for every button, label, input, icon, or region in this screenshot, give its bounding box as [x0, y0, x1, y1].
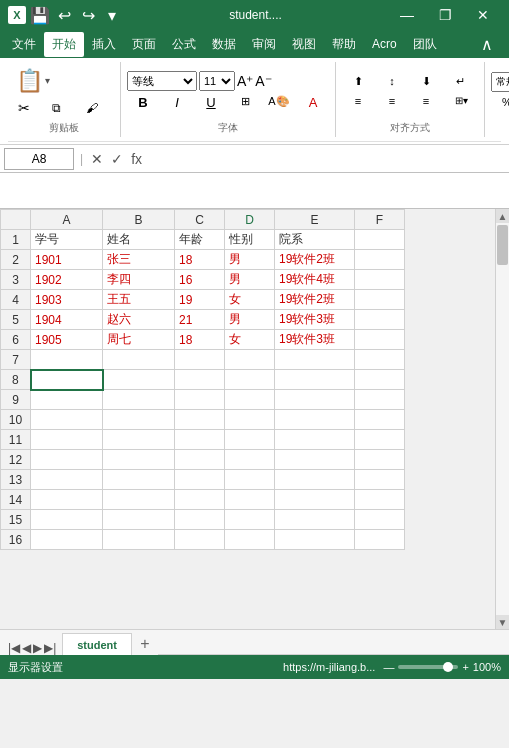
menu-file[interactable]: 文件: [4, 32, 44, 57]
cell-c10[interactable]: [175, 410, 225, 430]
cell-c1[interactable]: 年龄: [175, 230, 225, 250]
cell-f10[interactable]: [355, 410, 405, 430]
col-header-b[interactable]: B: [103, 210, 175, 230]
cell-a16[interactable]: [31, 530, 103, 550]
cell-e15[interactable]: [275, 510, 355, 530]
cell-c9[interactable]: [175, 390, 225, 410]
menu-data[interactable]: 数据: [204, 32, 244, 57]
cell-c13[interactable]: [175, 470, 225, 490]
font-color-button[interactable]: A: [297, 93, 329, 113]
cell-f2[interactable]: [355, 250, 405, 270]
cell-b5[interactable]: 赵六: [103, 310, 175, 330]
cell-d14[interactable]: [225, 490, 275, 510]
insert-function-button[interactable]: fx: [129, 151, 144, 167]
cell-a1[interactable]: 学号: [31, 230, 103, 250]
cell-e10[interactable]: [275, 410, 355, 430]
cell-e9[interactable]: [275, 390, 355, 410]
cell-a14[interactable]: [31, 490, 103, 510]
cell-f4[interactable]: [355, 290, 405, 310]
menu-home[interactable]: 开始: [44, 32, 84, 57]
col-header-f[interactable]: F: [355, 210, 405, 230]
bold-button[interactable]: B: [127, 93, 159, 113]
cell-e4[interactable]: 19软件2班: [275, 290, 355, 310]
zoom-thumb[interactable]: [443, 662, 453, 672]
cell-e7[interactable]: [275, 350, 355, 370]
cell-a10[interactable]: [31, 410, 103, 430]
scroll-thumb[interactable]: [497, 225, 508, 265]
number-format-select[interactable]: 常规: [491, 72, 509, 92]
cell-e2[interactable]: 19软件2班: [275, 250, 355, 270]
cell-e13[interactable]: [275, 470, 355, 490]
align-left-button[interactable]: ≡: [342, 93, 374, 111]
copy-button[interactable]: ⧉: [48, 98, 80, 118]
cell-b1[interactable]: 姓名: [103, 230, 175, 250]
col-header-d[interactable]: D: [225, 210, 275, 230]
cell-c8[interactable]: [175, 370, 225, 390]
cell-d7[interactable]: [225, 350, 275, 370]
cell-c4[interactable]: 19: [175, 290, 225, 310]
cell-a9[interactable]: [31, 390, 103, 410]
cell-f16[interactable]: [355, 530, 405, 550]
cell-f15[interactable]: [355, 510, 405, 530]
cell-a3[interactable]: 1902: [31, 270, 103, 290]
cell-a13[interactable]: [31, 470, 103, 490]
sheet-tab-student[interactable]: student: [62, 633, 132, 655]
add-sheet-button[interactable]: +: [134, 633, 156, 655]
cell-a8[interactable]: [31, 370, 103, 390]
zoom-in-button[interactable]: +: [462, 661, 468, 673]
align-middle-button[interactable]: ↕: [376, 73, 408, 91]
cell-d15[interactable]: [225, 510, 275, 530]
minimize-button[interactable]: —: [389, 0, 425, 30]
menu-insert[interactable]: 插入: [84, 32, 124, 57]
ribbon-collapse-icon[interactable]: ∧: [469, 29, 505, 59]
cell-c7[interactable]: [175, 350, 225, 370]
cell-b11[interactable]: [103, 430, 175, 450]
redo-button[interactable]: ↪: [78, 5, 98, 25]
cell-e11[interactable]: [275, 430, 355, 450]
italic-button[interactable]: I: [161, 93, 193, 113]
close-button[interactable]: ✕: [465, 0, 501, 30]
cell-f9[interactable]: [355, 390, 405, 410]
cell-e16[interactable]: [275, 530, 355, 550]
col-header-c[interactable]: C: [175, 210, 225, 230]
font-size-select[interactable]: 11: [199, 71, 235, 91]
tab-next-button[interactable]: ▶: [33, 641, 42, 655]
cell-c6[interactable]: 18: [175, 330, 225, 350]
cell-a12[interactable]: [31, 450, 103, 470]
save-button[interactable]: 💾: [30, 5, 50, 25]
font-family-select[interactable]: 等线: [127, 71, 197, 91]
undo-button[interactable]: ↩: [54, 5, 74, 25]
cell-reference-input[interactable]: [4, 148, 74, 170]
cell-d5[interactable]: 男: [225, 310, 275, 330]
cell-d9[interactable]: [225, 390, 275, 410]
paste-button[interactable]: 📋 ▾: [14, 66, 52, 96]
align-right-button[interactable]: ≡: [410, 93, 442, 111]
cell-c11[interactable]: [175, 430, 225, 450]
cell-d13[interactable]: [225, 470, 275, 490]
cell-b16[interactable]: [103, 530, 175, 550]
cell-c3[interactable]: 16: [175, 270, 225, 290]
cell-c5[interactable]: 21: [175, 310, 225, 330]
cell-a4[interactable]: 1903: [31, 290, 103, 310]
cell-a6[interactable]: 1905: [31, 330, 103, 350]
menu-team[interactable]: 团队: [405, 32, 445, 57]
cell-b10[interactable]: [103, 410, 175, 430]
cell-c12[interactable]: [175, 450, 225, 470]
cell-f5[interactable]: [355, 310, 405, 330]
cell-b12[interactable]: [103, 450, 175, 470]
restore-button[interactable]: ❐: [427, 0, 463, 30]
align-top-button[interactable]: ⬆: [342, 73, 374, 91]
fill-color-button[interactable]: A🎨: [263, 93, 295, 113]
cell-e8[interactable]: [275, 370, 355, 390]
cell-a11[interactable]: [31, 430, 103, 450]
cut-button[interactable]: ✂: [14, 98, 46, 118]
merge-button[interactable]: ⊞▾: [444, 93, 478, 111]
cell-c2[interactable]: 18: [175, 250, 225, 270]
menu-view[interactable]: 视图: [284, 32, 324, 57]
cell-d10[interactable]: [225, 410, 275, 430]
formula-input[interactable]: [148, 148, 505, 170]
cell-f6[interactable]: [355, 330, 405, 350]
cell-e14[interactable]: [275, 490, 355, 510]
cell-f3[interactable]: [355, 270, 405, 290]
cell-f8[interactable]: [355, 370, 405, 390]
